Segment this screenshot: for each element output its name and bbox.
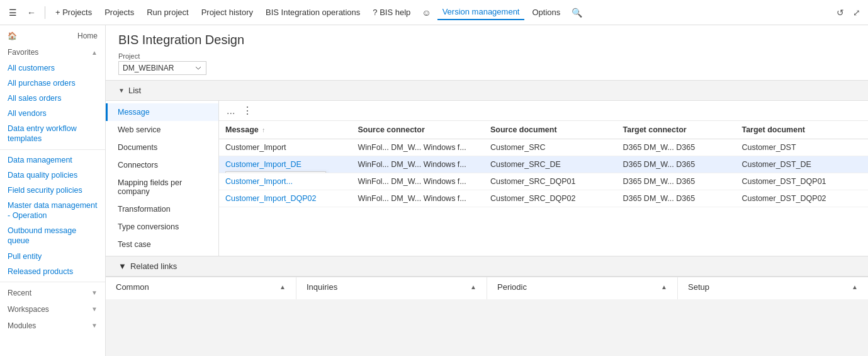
group-setup: Setup ▲	[678, 277, 868, 299]
collapse-icon: ▲	[91, 49, 98, 56]
home-icon: 🏠	[8, 32, 17, 40]
main-layout: 🏠 Home Favorites ▲ All customers All pur…	[0, 25, 868, 356]
home-label: Home	[77, 32, 98, 40]
search-icon[interactable]: 🔍	[568, 5, 586, 20]
project-label: Project	[118, 52, 855, 60]
modules-collapse-icon: ▼	[91, 322, 98, 329]
version-management-button[interactable]: Version management	[437, 4, 525, 20]
list-panel: Message Web service Documents Connectors…	[106, 101, 868, 256]
group-common: Common ▲	[106, 277, 296, 299]
page-title: BIS Integration Design	[118, 33, 855, 47]
options-button[interactable]: Options	[527, 5, 565, 20]
sidebar-item-field-security[interactable]: Field security policies	[0, 183, 105, 198]
list-nav-connectors[interactable]: Connectors	[106, 156, 218, 174]
sidebar-item-all-sales-orders[interactable]: All sales orders	[0, 91, 105, 106]
nav-left: ☰ ← + Projects Projects Run project Proj…	[5, 4, 586, 20]
bottom-groups: Common ▲ Inquiries ▲ Periodic ▲ Setup	[106, 277, 868, 299]
sidebar-item-pull-entity[interactable]: Pull entity	[0, 249, 105, 264]
data-table: Message ↑ Source connector Source docume…	[219, 121, 868, 207]
cell-source-document: Customer_SRC_DE	[484, 156, 617, 173]
sidebar-item-outbound[interactable]: Outbound message queue	[0, 223, 105, 249]
favorites-label: Favorites	[8, 48, 38, 57]
list-nav-web-service[interactable]: Web service	[106, 121, 218, 139]
cell-target-connector: D365 DM_W... D365	[617, 139, 736, 156]
table-toolbar: ... ⋮	[219, 101, 868, 121]
list-nav-transformation[interactable]: Transformation	[106, 200, 218, 218]
table-row: Customer_ImportWinFol... DM_W... Windows…	[219, 139, 868, 156]
project-select[interactable]: DM_WEBINAR	[118, 61, 206, 75]
cell-message[interactable]: Customer_Import_DECustomer_Import_DEClic…	[219, 156, 352, 173]
run-project-button[interactable]: Run project	[142, 5, 193, 20]
col-source-document: Source document	[484, 121, 617, 139]
group-common-chevron: ▲	[279, 284, 286, 290]
col-target-document: Target document	[735, 121, 868, 139]
cell-target-document: Customer_DST_DQP02	[735, 190, 868, 207]
sidebar-item-all-customers[interactable]: All customers	[0, 60, 105, 76]
col-target-connector: Target connector	[617, 121, 736, 139]
list-section-header[interactable]: ▼ List	[106, 81, 868, 101]
group-inquiries-header[interactable]: Inquiries ▲	[307, 282, 476, 292]
list-nav-documents[interactable]: Documents	[106, 139, 218, 156]
sidebar-item-all-vendors[interactable]: All vendors	[0, 106, 105, 121]
list-nav-test-case[interactable]: Test case	[106, 236, 218, 253]
refresh-button[interactable]: ↺	[834, 5, 847, 20]
col-source-connector: Source connector	[352, 121, 485, 139]
sidebar-workspaces-section[interactable]: Workspaces ▼	[0, 301, 105, 318]
toolbar-dots[interactable]: ...	[227, 105, 235, 117]
sidebar-modules-section[interactable]: Modules ▼	[0, 318, 105, 334]
group-periodic-header[interactable]: Periodic ▲	[497, 282, 667, 292]
sidebar-recent-section[interactable]: Recent ▼	[0, 285, 105, 301]
cell-target-document: Customer_DST_DQP01	[735, 173, 868, 190]
top-navigation: ☰ ← + Projects Projects Run project Proj…	[0, 0, 868, 25]
cell-source-connector: WinFol... DM_W... Windows f...	[352, 173, 485, 190]
cell-source-connector: WinFol... DM_W... Windows f...	[352, 190, 485, 207]
list-nav-message[interactable]: Message	[106, 103, 218, 121]
smiley-icon[interactable]: ☺	[418, 5, 434, 20]
table-area: ... ⋮ Message ↑ Source connector Source …	[219, 101, 868, 256]
bis-help-button[interactable]: ? BIS help	[368, 5, 415, 20]
recent-collapse-icon: ▼	[91, 289, 98, 296]
column-options-button[interactable]: ⋮	[240, 105, 255, 117]
group-setup-header[interactable]: Setup ▲	[688, 282, 858, 292]
bis-integration-ops-button[interactable]: BIS Integration operations	[261, 5, 365, 20]
cell-source-connector: WinFol... DM_W... Windows f...	[352, 156, 485, 173]
list-nav-type-conversions[interactable]: Type conversions	[106, 218, 218, 236]
fullscreen-button[interactable]: ⤢	[850, 5, 863, 20]
table-row: Customer_Import_DECustomer_Import_DEClic…	[219, 156, 868, 173]
cell-target-connector: D365 DM_W... D365	[617, 190, 736, 207]
cell-source-document: Customer_SRC_DQP02	[484, 190, 617, 207]
message-link[interactable]: Customer_Import_DE	[225, 160, 302, 169]
sidebar-item-all-purchase-orders[interactable]: All purchase orders	[0, 76, 105, 91]
recent-label: Recent	[8, 289, 31, 297]
sidebar-item-data-management[interactable]: Data management	[0, 152, 105, 168]
cell-target-document: Customer_DST	[735, 139, 868, 156]
cell-message[interactable]: Customer_Import...	[219, 173, 352, 190]
related-links-header[interactable]: ▼ Related links	[106, 256, 868, 277]
cell-message[interactable]: Customer_Import_DQP02	[219, 190, 352, 207]
sidebar-item-data-quality[interactable]: Data quality policies	[0, 168, 105, 183]
list-nav-mapping-fields[interactable]: Mapping fields per company	[106, 174, 218, 200]
sort-icon-message: ↑	[262, 127, 265, 134]
message-link[interactable]: Customer_Import_DQP02	[225, 194, 317, 203]
related-links-label: Related links	[130, 261, 177, 271]
tooltip-container: Customer_Import_DECustomer_Import_DEClic…	[225, 160, 302, 169]
workspaces-collapse-icon: ▼	[91, 306, 98, 313]
sidebar-item-released-products[interactable]: Released products	[0, 264, 105, 279]
sidebar-item-data-entry[interactable]: Data entry workflow templates	[0, 121, 105, 147]
group-common-header[interactable]: Common ▲	[116, 282, 286, 292]
sidebar-favorites-section[interactable]: Favorites ▲	[0, 44, 105, 60]
group-inquiries: Inquiries ▲	[296, 277, 487, 299]
sidebar-item-master-data[interactable]: Master data management - Operation	[0, 198, 105, 224]
project-history-button[interactable]: Project history	[196, 5, 258, 20]
add-projects-button[interactable]: + Projects	[50, 5, 97, 20]
projects-button[interactable]: Projects	[99, 5, 139, 20]
sidebar: 🏠 Home Favorites ▲ All customers All pur…	[0, 25, 106, 356]
back-button[interactable]: ←	[23, 5, 40, 20]
cell-source-connector: WinFol... DM_W... Windows f...	[352, 139, 485, 156]
related-section: ▼ Related links	[106, 256, 868, 277]
table-row: Customer_Import_DQP02WinFol... DM_W... W…	[219, 190, 868, 207]
group-setup-chevron: ▲	[852, 284, 858, 290]
message-link[interactable]: Customer_Import...	[225, 177, 293, 186]
sidebar-home-section[interactable]: 🏠 Home	[0, 28, 105, 44]
hamburger-button[interactable]: ☰	[5, 5, 21, 20]
